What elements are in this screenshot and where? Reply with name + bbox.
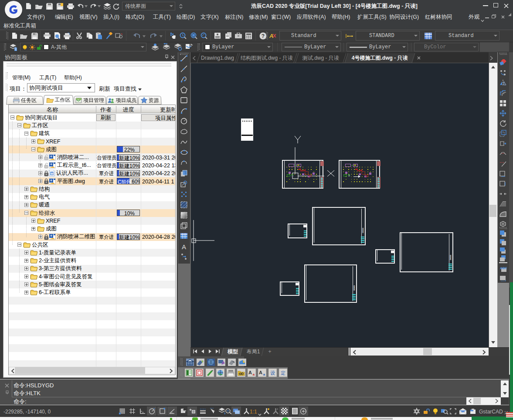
svg-text:定: 定 bbox=[281, 370, 285, 376]
svg-text:A: A bbox=[269, 33, 273, 39]
svg-text:?: ? bbox=[261, 33, 264, 39]
svg-text:A: A bbox=[259, 370, 262, 375]
svg-text:ABC: ABC bbox=[500, 266, 507, 270]
svg-text:a: a bbox=[253, 373, 255, 376]
svg-text:A: A bbox=[182, 244, 186, 250]
svg-text:W: W bbox=[51, 172, 54, 175]
svg-text:设: 设 bbox=[270, 370, 275, 376]
svg-text:a: a bbox=[263, 373, 265, 376]
svg-text:A: A bbox=[248, 370, 252, 375]
